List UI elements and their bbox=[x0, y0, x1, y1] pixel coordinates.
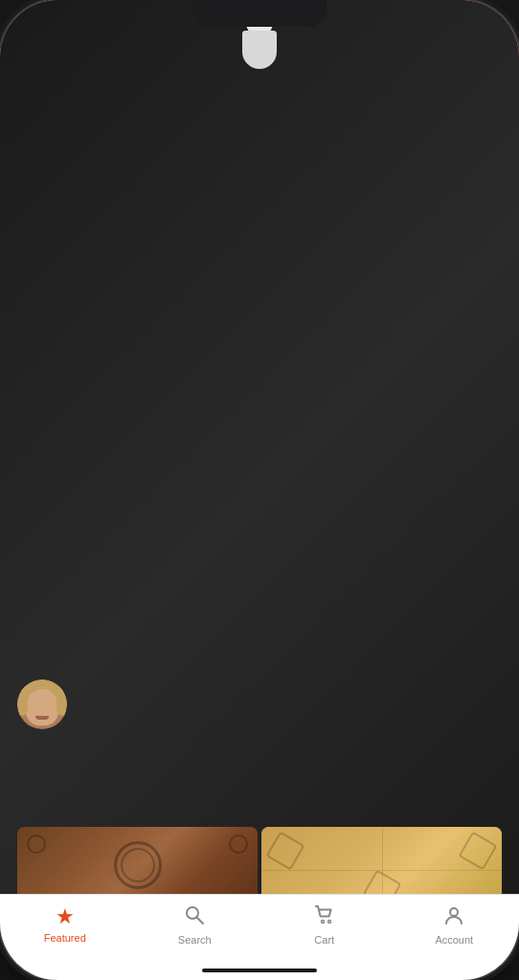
skull-image bbox=[261, 564, 502, 650]
phone-frame: 4:49 ▪▪▪▪ bbox=[0, 0, 519, 980]
svg-line-6 bbox=[197, 918, 204, 924]
notch bbox=[192, 0, 327, 27]
nav-label-cart: Cart bbox=[314, 934, 334, 946]
content-area: Featured Creators bbox=[0, 112, 519, 980]
nav-item-cart[interactable]: Cart bbox=[260, 904, 390, 946]
svg-point-7 bbox=[321, 921, 324, 924]
bottom-nav: ★ Featured Search bbox=[0, 894, 519, 980]
home-indicator bbox=[202, 969, 317, 972]
search-nav-icon bbox=[184, 904, 205, 931]
creator-card-daniel[interactable]: DANIEL GARCIA Top Rated SPECIALTIES • Me… bbox=[0, 424, 519, 668]
face-mary bbox=[17, 679, 67, 729]
nav-label-featured: Featured bbox=[44, 932, 86, 944]
avatar-mary bbox=[17, 679, 67, 729]
svg-point-8 bbox=[327, 921, 330, 924]
nav-item-search[interactable]: Search bbox=[130, 904, 260, 946]
nav-item-account[interactable]: Account bbox=[390, 904, 520, 946]
nav-label-account: Account bbox=[435, 934, 473, 946]
nav-item-featured[interactable]: ★ Featured bbox=[0, 904, 130, 944]
svg-point-9 bbox=[450, 908, 458, 916]
product-images-daniel bbox=[17, 564, 502, 650]
phone-screen: 4:49 ▪▪▪▪ bbox=[0, 0, 519, 980]
featured-icon: ★ bbox=[56, 904, 75, 929]
cart-icon bbox=[314, 904, 335, 931]
nav-label-search: Search bbox=[178, 934, 212, 946]
account-icon bbox=[443, 904, 464, 931]
